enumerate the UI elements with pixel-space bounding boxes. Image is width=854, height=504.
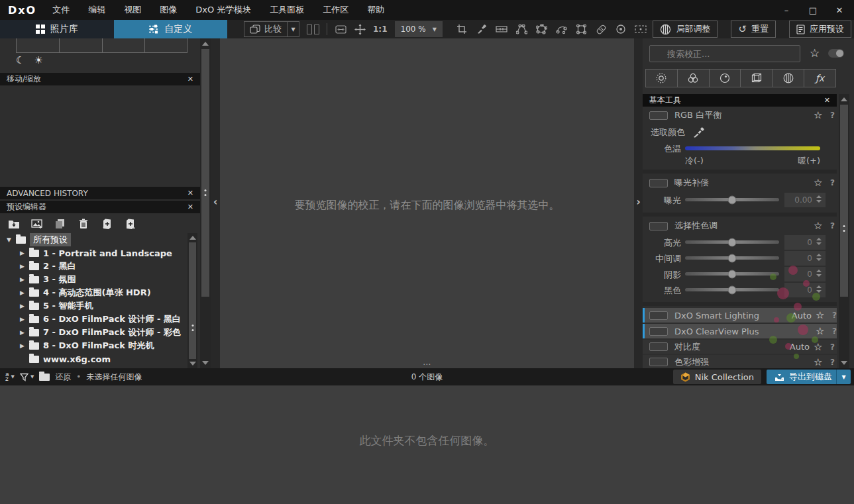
help-icon[interactable]: ? (832, 311, 837, 320)
import-preset-icon[interactable] (8, 218, 20, 230)
active-corrections-toggle[interactable] (828, 49, 844, 58)
favorites-filter-icon[interactable]: ☆ (810, 46, 820, 60)
tree-collapsed-icon[interactable]: ▶ (19, 289, 26, 296)
preset-row[interactable]: ▶ 7 - DxO FilmPack 设计师 - 彩色 (0, 326, 187, 339)
side-by-side-icon[interactable] (307, 25, 319, 34)
menu-help[interactable]: 帮助 (367, 4, 384, 16)
favorite-star-icon[interactable]: ☆ (814, 220, 822, 232)
tree-collapsed-icon[interactable]: ▶ (19, 342, 26, 349)
local-adjustments-button[interactable]: 局部调整 (653, 21, 718, 38)
slider-knob[interactable] (728, 285, 737, 294)
favorite-star-icon[interactable]: ☆ (814, 109, 822, 121)
menu-optics-modules[interactable]: DxO 光学模块 (195, 4, 251, 16)
temperature-slider[interactable] (685, 146, 820, 150)
left-panel-scrollbar[interactable] (200, 38, 211, 368)
crop-tool-icon[interactable] (456, 23, 468, 35)
spinner[interactable] (816, 254, 822, 261)
preset-row[interactable]: ▶ 6 - DxO FilmPack 设计师 - 黑白 (0, 313, 187, 326)
preset-row[interactable]: ▶ 4 - 高动态范围(单张 HDR) (0, 286, 187, 299)
tab-local-adjustments[interactable] (772, 69, 804, 87)
highlights-slider[interactable] (685, 240, 779, 244)
tab-light[interactable] (645, 69, 678, 87)
delete-preset-icon[interactable] (78, 218, 89, 230)
preset-tree-scrollbar[interactable] (187, 233, 197, 368)
new-partial-preset-icon[interactable] (124, 218, 136, 230)
horizon-tool-icon[interactable] (496, 23, 507, 35)
spinner[interactable] (816, 238, 822, 245)
tab-photo-library[interactable]: 照片库 (0, 20, 114, 38)
help-icon[interactable]: ? (830, 221, 835, 230)
nik-collection-button[interactable]: Nik Collection (673, 370, 761, 384)
preset-row[interactable]: ▶ 3 - 氛围 (0, 273, 187, 286)
scrollbar-grip[interactable] (205, 189, 207, 196)
tab-geometry[interactable] (740, 69, 773, 87)
midtones-slider[interactable] (685, 256, 779, 260)
preset-row[interactable]: ▶ 8 - DxO FilmPack 时光机 (0, 339, 187, 352)
scrollbar-grip[interactable] (191, 325, 193, 331)
tab-customize[interactable]: 自定义 (114, 20, 228, 38)
tree-collapsed-icon[interactable]: ▶ (19, 276, 26, 283)
new-preset-icon[interactable] (101, 218, 113, 230)
contrast-mode[interactable]: Auto (773, 342, 810, 352)
menu-workspace[interactable]: 工作区 (323, 4, 348, 16)
spinner[interactable] (816, 285, 822, 293)
menu-edit[interactable]: 编辑 (88, 4, 105, 16)
export-to-disk-button[interactable]: 导出到磁盘 (767, 370, 840, 384)
close-icon[interactable]: ✕ (187, 203, 193, 211)
tree-collapsed-icon[interactable]: ▶ (19, 250, 26, 256)
exposure-checkbox[interactable] (649, 179, 668, 187)
shadow-clipping-icon[interactable]: ☾ (16, 54, 25, 66)
blacks-value-box[interactable]: 0 (784, 283, 826, 297)
highlights-value-box[interactable]: 0 (784, 235, 826, 250)
tree-collapsed-icon[interactable]: ▶ (19, 329, 26, 336)
selective-tone-checkbox[interactable] (649, 222, 668, 230)
close-icon[interactable]: ✕ (187, 189, 193, 197)
duplicate-preset-icon[interactable] (54, 218, 66, 230)
eyedropper-icon[interactable] (693, 127, 705, 138)
menu-tool-panels[interactable]: 工具面板 (270, 4, 304, 16)
tree-expanded-icon[interactable]: ▼ (5, 236, 13, 243)
favorite-star-icon[interactable]: ☆ (816, 309, 824, 321)
slider-knob[interactable] (728, 195, 737, 204)
white-balance-picker-icon[interactable] (476, 23, 488, 35)
move-tool-icon[interactable] (354, 23, 366, 35)
zoom-1to1-button[interactable]: 1:1 (373, 25, 388, 34)
collapse-left-icon[interactable]: ‹ (213, 196, 217, 208)
close-button[interactable]: ✕ (834, 5, 845, 15)
favorite-star-icon[interactable]: ☆ (814, 177, 822, 189)
reset-button[interactable]: ↺ 重置 (731, 21, 776, 38)
close-icon[interactable]: ✕ (187, 75, 193, 83)
preset-row[interactable]: ▶ 2 - 黑白 (0, 260, 187, 273)
smart-lighting-mode[interactable]: Auto (774, 311, 812, 321)
tree-collapsed-icon[interactable]: ▶ (19, 303, 26, 309)
collapse-right-icon[interactable]: › (636, 196, 640, 208)
transform-tool-icon[interactable] (575, 23, 587, 35)
help-icon[interactable]: ? (830, 111, 835, 120)
minimize-button[interactable]: – (781, 5, 792, 15)
create-preset-from-image-icon[interactable] (31, 218, 43, 230)
highlight-clipping-icon[interactable]: ☀ (34, 54, 42, 66)
splitter-handle[interactable]: ⋯ (0, 360, 854, 369)
shadows-value-box[interactable]: 0 (784, 267, 826, 281)
search-input[interactable] (649, 45, 800, 62)
exposure-value-box[interactable]: 0.00 (784, 193, 826, 207)
fit-screen-icon[interactable] (335, 23, 347, 35)
help-icon[interactable]: ? (832, 327, 837, 336)
contrast-checkbox[interactable] (649, 342, 668, 351)
preset-row[interactable]: ▶ 1 - Portrait and Landscape (0, 246, 187, 260)
menu-view[interactable]: 视图 (124, 4, 141, 16)
control-polygon-tool-icon[interactable] (535, 23, 547, 35)
blacks-slider[interactable] (685, 288, 779, 291)
tree-collapsed-icon[interactable]: ▶ (19, 263, 26, 270)
tab-effects[interactable]: ƒx (804, 69, 836, 87)
favorite-star-icon[interactable]: ☆ (814, 341, 822, 353)
help-icon[interactable]: ? (830, 178, 835, 187)
compare-button[interactable]: 比较 (244, 23, 287, 35)
control-points-tool-icon[interactable] (515, 23, 527, 35)
compare-dropdown[interactable]: ▼ (287, 22, 299, 36)
close-icon[interactable]: ✕ (824, 96, 830, 105)
clearview-checkbox[interactable] (649, 327, 668, 336)
slider-knob[interactable] (728, 238, 737, 246)
tree-collapsed-icon[interactable]: ▶ (19, 316, 26, 323)
control-line-tool-icon[interactable] (555, 23, 567, 35)
